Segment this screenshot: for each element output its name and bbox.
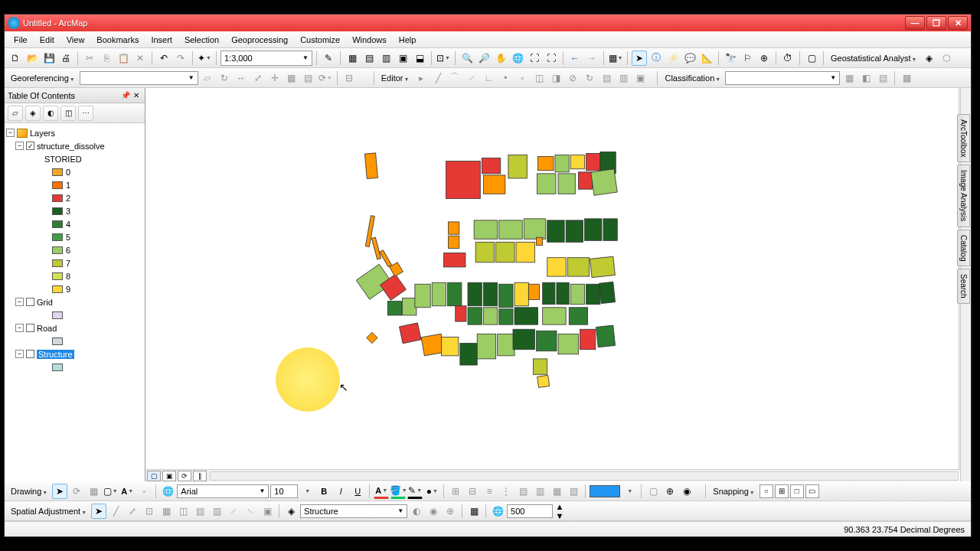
collapse-icon[interactable]: − xyxy=(6,129,15,137)
undo-icon[interactable]: ↶ xyxy=(156,51,172,66)
open-icon[interactable]: 📂 xyxy=(24,51,40,66)
model-builder-icon[interactable]: ⬓ xyxy=(412,51,427,66)
editor-menu[interactable]: Editor▼ xyxy=(378,73,413,83)
side-tab-arctoolbox[interactable]: ArcToolbox xyxy=(957,114,970,162)
search-window-icon[interactable]: ▥ xyxy=(378,51,394,66)
find-icon[interactable]: 🔭 xyxy=(723,51,738,66)
font-color-icon[interactable]: A▼ xyxy=(374,484,389,499)
drawing-menu[interactable]: Drawing▼ xyxy=(8,487,51,496)
back-icon[interactable]: ← xyxy=(567,51,583,66)
title-bar[interactable]: Untitled - ArcMap — ❐ ✕ xyxy=(5,15,971,31)
georeferencing-menu[interactable]: Georeferencing▼ xyxy=(8,73,78,83)
list-by-selection-icon[interactable]: ◫ xyxy=(60,106,76,121)
legend-row[interactable]: 9 xyxy=(6,282,143,295)
legend-row[interactable]: 0 xyxy=(6,165,143,178)
marker-color-icon[interactable]: ●▼ xyxy=(424,484,439,499)
go-to-xy-icon[interactable]: ⊕ xyxy=(756,51,772,66)
snap-point-icon[interactable]: ○ xyxy=(760,484,773,498)
new-icon[interactable]: 🗋 xyxy=(8,51,23,66)
layer-checkbox[interactable] xyxy=(26,324,34,332)
collapse-icon[interactable]: − xyxy=(15,142,24,150)
menu-help[interactable]: Help xyxy=(393,33,423,47)
select-elements-icon[interactable]: ➤ xyxy=(632,51,647,66)
spatial-adjustment-menu[interactable]: Spatial Adjustment▼ xyxy=(8,507,90,516)
legend-row[interactable]: 6 xyxy=(6,243,143,256)
layer-checkbox[interactable] xyxy=(26,142,34,150)
fill-color-icon[interactable]: 🪣▼ xyxy=(390,484,406,499)
toolbox-icon[interactable]: ▦ xyxy=(345,51,360,66)
draw-select-icon[interactable]: ➤ xyxy=(52,484,67,499)
font-size-dropdown[interactable]: ▼ xyxy=(299,484,315,499)
identify-icon[interactable]: ⓘ xyxy=(648,51,664,66)
data-view-tab[interactable]: ▢ xyxy=(147,471,161,481)
list-by-drawing-icon[interactable]: ▱ xyxy=(8,106,23,121)
list-by-visibility-icon[interactable]: ◐ xyxy=(43,106,58,121)
catalog-icon[interactable]: ▤ xyxy=(361,51,377,66)
legend-row[interactable]: 2 xyxy=(6,191,143,204)
font-name-input[interactable]: Arial▼ xyxy=(177,484,269,498)
map-view[interactable]: ↖ ▢ ▣ ⟳ ‖ xyxy=(145,88,971,481)
fixed-zoom-out-icon[interactable]: ⛶ xyxy=(544,51,559,66)
zoom-out-icon[interactable]: 🔎 xyxy=(476,51,492,66)
legend-row[interactable]: 1 xyxy=(6,178,143,191)
italic-icon[interactable]: I xyxy=(333,484,348,499)
create-viewer-icon[interactable]: ▢ xyxy=(804,51,819,66)
editor-toolbar-icon[interactable]: ✎ xyxy=(321,51,336,66)
full-extent-icon[interactable]: 🌐 xyxy=(510,51,525,66)
layer-structure-dissolve[interactable]: − structure_dissolve xyxy=(6,139,143,152)
classification-menu[interactable]: Classification▼ xyxy=(662,73,724,83)
geostat-wizard-icon[interactable]: ◈ xyxy=(922,51,937,66)
legend-row[interactable]: 8 xyxy=(6,269,143,282)
save-icon[interactable]: 💾 xyxy=(41,51,57,66)
menu-edit[interactable]: Edit xyxy=(34,33,60,47)
sa-buffer-icon[interactable]: ▦ xyxy=(466,504,482,519)
bold-icon[interactable]: B xyxy=(316,484,332,499)
distance-stepper[interactable]: ▲▼ xyxy=(554,504,565,519)
fixed-zoom-in-icon[interactable]: ⛶ xyxy=(527,51,542,66)
color-dropdown[interactable]: ▼ xyxy=(622,484,637,499)
menu-view[interactable]: View xyxy=(60,33,91,47)
refresh-icon[interactable]: ⟳ xyxy=(178,471,191,481)
menu-customize[interactable]: Customize xyxy=(294,33,346,47)
sa-layer-combo[interactable]: Structure▼ xyxy=(300,504,407,518)
collapse-icon[interactable]: − xyxy=(15,324,24,332)
close-button[interactable]: ✕ xyxy=(948,16,968,30)
georef-layer-combo[interactable]: ▼ xyxy=(80,71,198,85)
pin-icon[interactable]: 📌 xyxy=(120,90,131,101)
collapse-icon[interactable]: − xyxy=(15,350,24,358)
menu-windows[interactable]: Windows xyxy=(346,33,393,47)
snap-vertex-icon[interactable]: □ xyxy=(790,484,804,498)
find-route-icon[interactable]: ⚐ xyxy=(740,51,755,66)
layer-road[interactable]: − Road xyxy=(6,321,143,334)
font-size-input[interactable]: 10 xyxy=(270,484,298,498)
field-storied[interactable]: STORIED xyxy=(6,152,143,165)
effects3-icon[interactable]: ◉ xyxy=(679,484,694,499)
toc-options-icon[interactable]: ⋯ xyxy=(78,106,93,121)
draw-shape-icon[interactable]: ▢▼ xyxy=(103,484,118,499)
legend-row[interactable]: 5 xyxy=(6,230,143,243)
pause-drawing-icon[interactable]: ‖ xyxy=(193,471,207,481)
menu-insert[interactable]: Insert xyxy=(145,33,178,47)
legend-row[interactable]: 7 xyxy=(6,256,143,269)
layer-checkbox[interactable] xyxy=(26,350,34,358)
maximize-button[interactable]: ❐ xyxy=(926,16,946,30)
print-icon[interactable]: 🖨 xyxy=(58,51,74,66)
minimize-button[interactable]: — xyxy=(905,16,925,30)
menu-bookmarks[interactable]: Bookmarks xyxy=(90,33,145,47)
classification-layer-combo[interactable]: ▼ xyxy=(725,71,840,85)
menu-geoprocessing[interactable]: Geoprocessing xyxy=(225,33,294,47)
structure-swatch-row[interactable] xyxy=(6,360,143,373)
layer-grid[interactable]: − Grid xyxy=(6,295,143,308)
snapping-menu[interactable]: Snapping▼ xyxy=(710,487,757,496)
draw-text-icon[interactable]: A▼ xyxy=(119,484,135,499)
line-color-icon[interactable]: ✎▼ xyxy=(407,484,423,499)
menu-file[interactable]: File xyxy=(8,33,34,47)
font-globe-icon[interactable]: 🌐 xyxy=(160,484,175,499)
collapse-icon[interactable]: − xyxy=(15,298,24,306)
layout-view-tab[interactable]: ▣ xyxy=(162,471,176,481)
time-slider-icon[interactable]: ⏱ xyxy=(780,51,795,66)
legend-row[interactable]: 3 xyxy=(6,204,143,217)
side-tab-search[interactable]: Search xyxy=(957,269,970,304)
layer-style-icon[interactable]: ◈ xyxy=(283,504,299,519)
underline-icon[interactable]: U xyxy=(350,484,365,499)
